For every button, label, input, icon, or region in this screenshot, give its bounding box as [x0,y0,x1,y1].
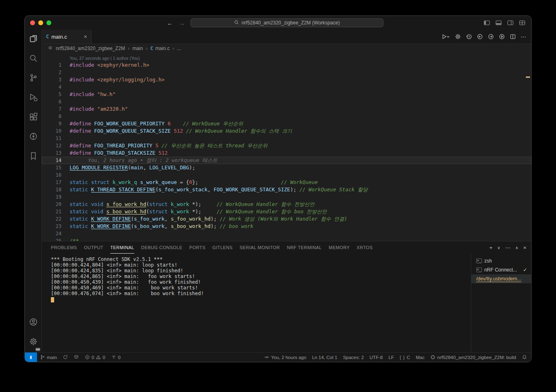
code-line-4[interactable]: 4 [42,83,531,91]
command-center[interactable]: nrf52840_am2320_zigbee_Z2M (Workspace) [190,18,383,27]
build-config-item[interactable]: nrf52840_am2320_zigbee_Z2M: build [427,353,519,362]
breadcrumb-item-2[interactable]: Cmain.c [150,46,170,51]
code-line-7[interactable]: 7#include "am2320.h" [42,105,531,113]
panel-tab-nrf-terminal[interactable]: NRF TERMINAL [287,241,322,254]
activity-nrf-connect[interactable] [25,127,42,147]
panel-tab-gitlens[interactable]: GITLENS [212,241,233,254]
line-number[interactable]: 4 [42,83,61,91]
language-item[interactable]: { } C [397,353,413,362]
code-line-10[interactable]: 10#define FOO_WORK_QUEUE_STACK_SIZE 512 … [42,127,531,135]
close-panel-button[interactable]: × [523,245,526,251]
code-line-6[interactable]: 6 [42,98,531,105]
line-number[interactable]: 18 [42,186,61,193]
panel-tab-problems[interactable]: PROBLEMS [51,241,77,254]
activity-run-debug[interactable] [25,88,42,108]
minimize-button[interactable] [38,20,43,25]
new-terminal-button[interactable]: + [489,245,493,251]
line-number[interactable]: 17 [42,179,61,186]
code-line-9[interactable]: 9#define FOO_WORK_QUEUE_PRIORITY 6 // Wo… [42,120,531,127]
notifications-bell-button[interactable] [519,353,531,362]
toggle-sidebar-right-button[interactable] [507,20,514,26]
code-line-12[interactable]: 12#define FOO_THREAD_PRIORITY 5 // 우선순위 … [42,142,531,149]
line-number[interactable]: 6 [42,98,61,105]
code-line-8[interactable]: 8 [42,113,531,120]
line-number[interactable]: 11 [42,135,61,142]
ports-item[interactable]: 0 [108,353,123,362]
breadcrumb-item-0[interactable]: nrf52840_am2320_zigbee_Z2M [56,46,125,51]
line-number[interactable]: 20 [42,201,61,208]
line-number[interactable]: 10 [42,127,61,135]
line-number[interactable]: 23 [42,223,61,230]
line-number[interactable]: 19 [42,193,61,201]
sync-button[interactable] [60,353,71,362]
line-number[interactable]: 9 [42,120,61,127]
toggle-sidebar-left-button[interactable] [484,20,490,26]
terminal-list-item-2[interactable]: /dev/tty.usbmodem... [471,274,531,283]
line-number[interactable]: 21 [42,208,61,215]
code-line-20[interactable]: 20static void s_foo_work_hd(struct k_wor… [42,201,531,208]
line-number[interactable]: 13 [42,149,61,157]
zoom-button[interactable] [46,20,51,25]
tab-main-c[interactable]: C main.c × [42,30,92,44]
settings-gear-icon[interactable] [455,33,461,40]
step-back-button[interactable] [477,33,483,40]
eol-item[interactable]: LF [385,353,396,362]
panel-tab-debug-console[interactable]: DEBUG CONSOLE [141,241,182,254]
code-line-19[interactable]: 19 [42,193,531,201]
code-line-5[interactable]: 5#include "hw.h" [42,91,531,98]
line-number[interactable]: 25 [42,237,61,241]
close-button[interactable] [30,20,35,25]
line-number[interactable]: 1 [42,61,61,69]
run-build-button[interactable] [442,33,450,40]
panel-tab-xrtos[interactable]: XRTOS [357,241,373,254]
code-line-21[interactable]: 21static void s_boo_work_hd(struct k_wor… [42,208,531,215]
code-line-22[interactable]: 22static K_WORK_DEFINE(s_foo_work, s_foo… [42,215,531,223]
split-editor-button[interactable] [510,33,516,40]
panel-more-actions-button[interactable]: ⋯ [505,245,510,251]
code-line-2[interactable]: 2 [42,69,531,76]
code-line-16[interactable]: 16 [42,171,531,179]
code-line-15[interactable]: 15LOG_MODULE_REGISTER(main, LOG_LEVEL_DB… [42,164,531,171]
code-line-23[interactable]: 23static K_WORK_DEFINE(s_boo_work, s_boo… [42,223,531,230]
more-actions-button[interactable]: ⋯ [521,33,526,40]
encoding-item[interactable]: UTF-8 [367,353,386,362]
code-line-25[interactable]: 25/** [42,237,531,241]
step-forward-button[interactable] [488,33,494,40]
indentation-item[interactable]: Spaces: 2 [340,353,367,362]
line-number[interactable]: 7 [42,105,61,113]
code-line-3[interactable]: 3#include <zephyr/logging/log.h> [42,76,531,83]
navigate-back-button[interactable]: ← [167,20,173,26]
breadcrumb-item-3[interactable]: ... [177,46,181,51]
panel-tab-output[interactable]: OUTPUT [84,241,103,254]
code-line-1[interactable]: 1#include <zephyr/kernel.h> [42,61,531,69]
remote-indicator[interactable] [25,353,37,362]
code-line-11[interactable]: 11 [42,135,531,142]
terminal-output[interactable]: *** Booting nRF Connect SDK v2.5.1 ***[0… [42,254,471,352]
line-number[interactable]: 3 [42,76,61,83]
customize-layout-button[interactable] [519,20,525,26]
code-line-14[interactable]: 14 You, 2 hours ago • 챕터 : 2 workqueue 테… [42,157,531,164]
problems-item[interactable]: 0 0 [82,353,108,362]
line-number[interactable]: 14 [42,157,61,164]
line-number[interactable]: 8 [42,113,61,120]
toggle-panel-button[interactable] [495,20,502,26]
timeline-history-button[interactable] [466,33,472,40]
activity-settings[interactable]: NR [25,333,42,352]
activity-explorer[interactable] [25,30,42,49]
code-line-24[interactable]: 24 [42,230,531,237]
line-number[interactable]: 12 [42,142,61,149]
activity-bookmarks[interactable] [25,147,42,166]
line-number[interactable]: 22 [42,215,61,223]
gitlens-layers-button[interactable] [71,353,82,362]
maximize-panel-button[interactable]: ∧ [515,245,518,250]
terminal-list-item-1[interactable]: >_nRF Connect...✓ [471,265,531,274]
code-line-18[interactable]: 18static K_THREAD_STACK_DEFINE(s_foo_wor… [42,186,531,193]
terminal-list-item-0[interactable]: >_zsh [471,256,531,265]
activity-accounts[interactable] [25,313,42,333]
line-number[interactable]: 2 [42,69,61,76]
activity-extensions[interactable] [25,108,42,127]
close-tab-icon[interactable]: × [84,34,87,39]
line-number[interactable]: 5 [42,91,61,98]
cursor-position-item[interactable]: Ln 14, Col 1 [309,353,340,362]
code-editor[interactable]: You, 37 seconds ago | 1 author (You) 1#i… [42,53,531,241]
